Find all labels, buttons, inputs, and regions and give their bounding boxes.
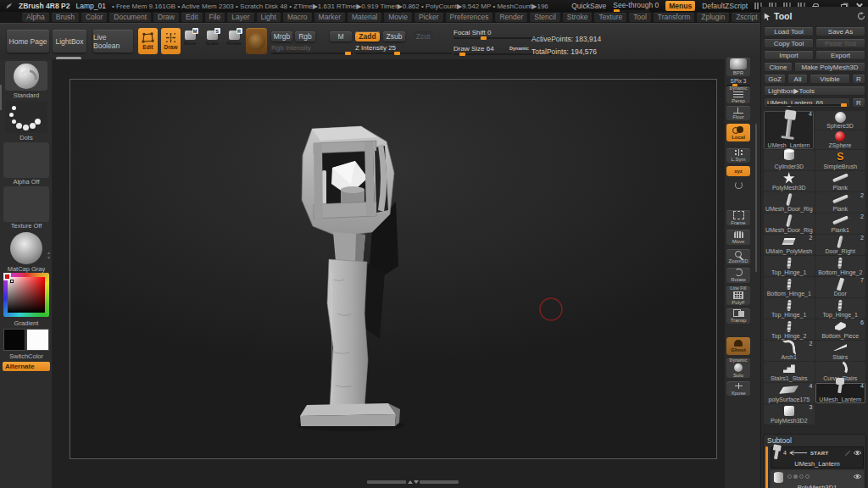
live-boolean-button[interactable]: Live Boolean <box>93 30 133 53</box>
scroll-down-icon[interactable] <box>414 480 419 484</box>
menu-item[interactable]: Tool <box>629 13 651 22</box>
tool-thumbnail[interactable]: 7 Door <box>815 277 866 297</box>
menu-item[interactable]: Stencil <box>530 13 560 22</box>
clone-button[interactable]: Clone <box>764 62 793 72</box>
main-color-swatch[interactable] <box>3 329 25 351</box>
goz-all-button[interactable]: All <box>787 74 808 84</box>
subtool-toggle-icon[interactable] <box>805 474 810 479</box>
mrgb-button[interactable]: Mrgb <box>271 31 292 42</box>
menu-item[interactable]: Preferences <box>446 13 493 22</box>
perspective-button[interactable]: Dynamic Persp <box>726 86 750 103</box>
menu-item[interactable]: Edit <box>181 13 203 22</box>
lightbox-tools-button[interactable]: Lightbox▶Tools <box>764 86 865 96</box>
quicksave-button[interactable]: QuickSave <box>571 2 606 10</box>
active-tool-slider[interactable]: UMesh_Lantern. 69 <box>764 97 850 108</box>
xyz-axis-button[interactable]: xyz <box>726 166 750 176</box>
transparency-button[interactable]: Transp <box>726 308 750 324</box>
local-symmetry-button[interactable]: L.Sym <box>726 148 750 163</box>
menu-item[interactable]: Macro <box>283 13 312 22</box>
export-button[interactable]: Export <box>815 50 865 60</box>
copy-tool-button[interactable]: Copy Tool <box>764 38 814 48</box>
zadd-button[interactable]: Zadd <box>355 31 380 42</box>
tool-thumbnail[interactable] <box>815 404 866 424</box>
canvas-scrollbar-left[interactable] <box>367 480 406 484</box>
tool-thumbnail[interactable]: Top_Hinge_1 <box>764 298 815 319</box>
menu-item[interactable]: Color <box>81 13 107 22</box>
tool-thumbnail[interactable]: 4 UMesh_Lantern <box>815 383 866 403</box>
import-button[interactable]: Import <box>764 50 814 60</box>
current-brush-thumbnail[interactable] <box>5 61 47 91</box>
tool-thumbnail[interactable]: Top_Hinge_1 <box>815 298 866 319</box>
history-loop-button[interactable] <box>726 180 750 190</box>
subtool-toggle-icon[interactable] <box>799 474 804 479</box>
scroll-up-icon[interactable] <box>408 480 413 484</box>
xpose-button[interactable]: Xpose <box>726 381 750 396</box>
load-tool-button[interactable]: Load Tool <box>764 26 814 36</box>
tool-thumbnail[interactable]: PolyMesh3D <box>764 171 815 191</box>
tool-thumbnail[interactable]: 2 Door_Right <box>815 235 866 255</box>
goz-visible-button[interactable]: Visible <box>810 74 850 84</box>
menus-toggle-button[interactable]: Menus <box>665 1 695 11</box>
subtool-item-active[interactable]: 4 START UMesh_Lantern <box>771 446 864 469</box>
move-mode-button[interactable]: M Move <box>181 30 198 53</box>
zsub-button[interactable]: Zsub <box>383 31 405 42</box>
menu-item[interactable]: Texture <box>594 13 626 22</box>
subtool-toggle-icon[interactable] <box>787 474 792 479</box>
tool-thumbnail[interactable]: UMesh_Door_Rig <box>764 214 815 234</box>
menu-item[interactable]: Transform <box>654 13 694 22</box>
tool-thumbnail-zsphere[interactable]: ZSphere <box>815 130 865 149</box>
floor-grid-button[interactable]: Floor <box>726 106 750 120</box>
tool-thumbnail[interactable]: Plank <box>815 171 866 191</box>
scale-mode-button[interactable]: S Scale <box>203 30 220 53</box>
rgb-button[interactable]: Rgb <box>295 31 315 42</box>
tool-thumbnail[interactable]: 2 Plank <box>815 192 866 213</box>
alpha-thumbnail[interactable] <box>3 142 49 178</box>
slider-r-button[interactable]: R <box>852 97 865 108</box>
goz-button[interactable]: GoZ <box>764 74 786 84</box>
canvas-scrollbar-right[interactable] <box>420 480 459 484</box>
tool-thumbnail[interactable]: Top_Hinge_2 <box>764 319 815 340</box>
tool-thumbnail[interactable]: Stairs1_Stairs <box>764 362 815 382</box>
menu-item[interactable]: Picker <box>415 13 443 22</box>
menu-item[interactable]: Zscript <box>732 13 762 22</box>
zcut-button[interactable]: Zcut <box>413 31 433 42</box>
menu-item[interactable]: File <box>205 13 225 22</box>
see-through-slider[interactable]: See-through 0 <box>613 1 659 12</box>
make-polymesh3d-button[interactable]: Make PolyMesh3D <box>794 62 865 72</box>
rgb-intensity-slider[interactable]: Rgb Intensity <box>271 44 353 54</box>
tool-thumbnail[interactable]: 6 Bottom_Piece <box>815 319 866 340</box>
tool-thumbnail[interactable]: 3 PolyMesh3D2 <box>764 404 815 424</box>
polypaint-brush-icon[interactable] <box>844 450 851 457</box>
menu-item[interactable]: Marker <box>314 13 345 22</box>
menu-item[interactable]: Light <box>257 13 281 22</box>
tool-thumbnail-sphere3d[interactable]: Sphere3D <box>815 111 865 130</box>
visibility-eye-icon[interactable] <box>853 474 862 480</box>
menu-item[interactable]: Draw <box>153 13 179 22</box>
ghost-transparency-button[interactable]: Ghost <box>726 337 750 355</box>
draw-mode-button[interactable]: Draw <box>161 28 181 54</box>
tool-thumbnail[interactable]: S SimpleBrush <box>815 150 866 170</box>
local-transform-button[interactable]: Local <box>726 124 750 141</box>
subtool-toggle-icon[interactable] <box>793 474 798 479</box>
tool-thumbnail[interactable]: Bottom_Hinge_1 <box>764 277 815 297</box>
menu-item[interactable]: Alpha <box>22 13 49 22</box>
tool-thumbnail[interactable]: Stairs <box>815 341 866 361</box>
visibility-eye-icon[interactable] <box>853 450 862 456</box>
rotate-mode-button[interactable]: R Rotate <box>225 30 242 53</box>
menu-item[interactable]: Zplugin <box>697 13 729 22</box>
menu-item[interactable]: Document <box>109 13 151 22</box>
z-intensity-slider[interactable]: Z Intensity 25 <box>355 44 452 54</box>
current-material-slot[interactable] <box>246 28 267 54</box>
zoom3d-button[interactable]: Zoom3D <box>726 249 750 264</box>
alternate-button[interactable]: Alternate <box>3 362 50 371</box>
subtool-scroll-indicator[interactable] <box>765 446 768 488</box>
polyframe-button[interactable]: Line Fill PolyF <box>726 286 750 305</box>
home-page-button[interactable]: Home Page <box>7 30 49 53</box>
stroke-thumbnail[interactable] <box>5 101 47 133</box>
menu-item[interactable]: Stroke <box>563 13 593 22</box>
menu-item[interactable]: Movie <box>384 13 412 22</box>
tray-resize-handle[interactable]: ▴▾ <box>47 250 50 260</box>
edit-mode-button[interactable]: Edit <box>138 28 158 54</box>
tool-thumbnail[interactable]: UMesh_Door_Rig <box>764 192 815 213</box>
tool-thumbnail[interactable]: 2 Plank1 <box>815 214 866 234</box>
